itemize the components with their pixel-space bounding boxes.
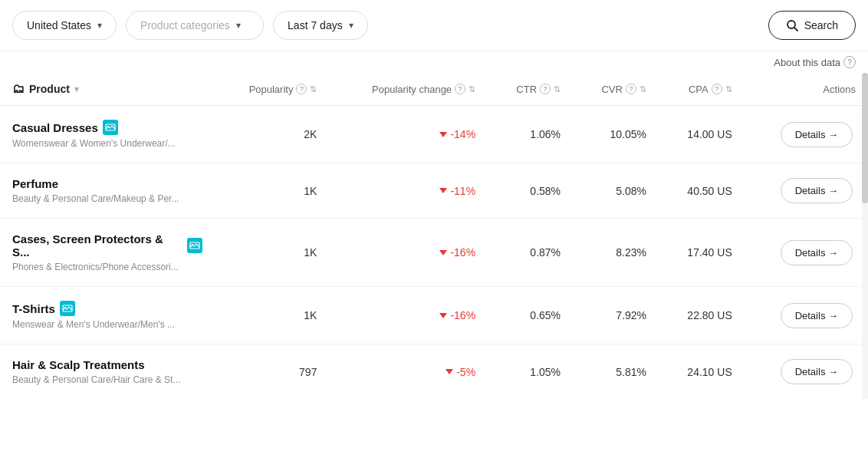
popularity-sort-icon[interactable]: ⇅ xyxy=(310,84,317,94)
svg-point-3 xyxy=(107,126,109,127)
product-category: Womenswear & Women's Underwear/... xyxy=(12,138,202,149)
td-ctr-2: 0.87% xyxy=(488,219,573,287)
category-chevron: ▾ xyxy=(236,20,241,31)
table-row: Perfume Beauty & Personal Care/Makeup & … xyxy=(0,163,868,219)
td-cpa-3: 22.80 US xyxy=(659,287,745,344)
scrollbar-thumb[interactable] xyxy=(862,73,868,203)
table-header-row: 🗂 Product ▾ Popularity ? ⇅ Popularity ch… xyxy=(0,73,868,106)
product-name: Hair & Scalp Treatments xyxy=(12,358,202,371)
arrow-down-icon xyxy=(439,132,447,137)
td-product-0: Casual Dresses Womenswear & Women's Unde… xyxy=(0,106,215,163)
change-value: -5% xyxy=(341,366,475,378)
pop-change-info-icon[interactable]: ? xyxy=(455,84,465,94)
change-value: -16% xyxy=(341,246,475,259)
td-popularity-0: 2K xyxy=(215,106,329,163)
td-cvr-4: 5.81% xyxy=(573,344,659,400)
category-dropdown[interactable]: Product categories ▾ xyxy=(126,11,264,40)
td-cvr-1: 5.08% xyxy=(573,163,659,219)
svg-point-7 xyxy=(64,307,66,308)
td-product-4: Hair & Scalp Treatments Beauty & Persona… xyxy=(0,344,215,400)
product-category: Beauty & Personal Care/Hair Care & St... xyxy=(12,374,202,385)
td-actions-3: Details → xyxy=(745,287,868,344)
table-row: Hair & Scalp Treatments Beauty & Persona… xyxy=(0,344,868,400)
details-button-1[interactable]: Details → xyxy=(781,178,853,203)
td-cpa-2: 17.40 US xyxy=(659,219,745,287)
td-actions-2: Details → xyxy=(745,219,868,287)
product-name: T-Shirts xyxy=(12,301,202,316)
th-popularity: Popularity ? ⇅ xyxy=(215,73,329,106)
product-image-icon[interactable] xyxy=(60,301,75,316)
about-info-icon[interactable]: ? xyxy=(843,56,856,68)
search-label: Search xyxy=(804,19,838,31)
th-product: 🗂 Product ▾ xyxy=(0,73,215,106)
product-name: Casual Dresses xyxy=(12,120,202,135)
scrollbar-track[interactable] xyxy=(862,73,868,399)
th-popularity-change: Popularity change ? ⇅ xyxy=(329,73,488,106)
td-actions-4: Details → xyxy=(745,344,868,400)
ctr-info-icon[interactable]: ? xyxy=(540,84,551,94)
change-value: -16% xyxy=(341,309,475,321)
country-chevron: ▾ xyxy=(97,20,102,31)
product-image-icon[interactable] xyxy=(103,120,118,135)
th-actions: Actions xyxy=(745,73,868,106)
td-pop-change-1: -11% xyxy=(329,163,488,219)
about-label: About this data xyxy=(774,57,840,68)
ctr-sort-icon[interactable]: ⇅ xyxy=(554,84,561,94)
cpa-info-icon[interactable]: ? xyxy=(712,84,722,94)
details-button-4[interactable]: Details → xyxy=(781,359,853,384)
country-label: United States xyxy=(27,19,91,31)
table-row: T-Shirts Menswear & Men's Underwear/Men'… xyxy=(0,287,868,344)
td-cvr-3: 7.92% xyxy=(573,287,659,344)
td-popularity-3: 1K xyxy=(215,287,329,344)
product-image-icon[interactable] xyxy=(187,238,202,253)
td-ctr-1: 0.58% xyxy=(488,163,573,219)
cvr-info-icon[interactable]: ? xyxy=(626,84,636,94)
popularity-info-icon[interactable]: ? xyxy=(296,84,307,94)
table-row: Casual Dresses Womenswear & Women's Unde… xyxy=(0,106,868,163)
arrow-down-icon xyxy=(439,188,447,193)
td-product-2: Cases, Screen Protectors & S... Phones &… xyxy=(0,219,215,287)
td-actions-1: Details → xyxy=(745,163,868,219)
table-container: 🗂 Product ▾ Popularity ? ⇅ Popularity ch… xyxy=(0,73,868,399)
category-placeholder: Product categories xyxy=(140,19,230,31)
td-ctr-0: 1.06% xyxy=(488,106,573,163)
td-cpa-1: 40.50 US xyxy=(659,163,745,219)
product-sort-icon[interactable]: ▾ xyxy=(74,84,79,94)
td-product-3: T-Shirts Menswear & Men's Underwear/Men'… xyxy=(0,287,215,344)
arrow-down-icon xyxy=(446,369,453,374)
td-pop-change-0: -14% xyxy=(329,106,488,163)
td-cvr-0: 10.05% xyxy=(573,106,659,163)
td-popularity-4: 797 xyxy=(215,344,329,400)
th-cpa: CPA ? ⇅ xyxy=(659,73,745,106)
date-range-chevron: ▾ xyxy=(349,20,353,31)
product-category: Phones & Electronics/Phone Accessori... xyxy=(12,262,202,272)
td-cpa-4: 24.10 US xyxy=(659,344,745,400)
td-product-1: Perfume Beauty & Personal Care/Makeup & … xyxy=(0,163,215,219)
td-cvr-2: 8.23% xyxy=(573,219,659,287)
td-pop-change-4: -5% xyxy=(329,344,488,400)
arrow-down-icon xyxy=(439,313,447,318)
pop-change-sort-icon[interactable]: ⇅ xyxy=(469,84,475,94)
cvr-sort-icon[interactable]: ⇅ xyxy=(639,84,646,94)
date-range-dropdown[interactable]: Last 7 days ▾ xyxy=(273,11,368,40)
td-cpa-0: 14.00 US xyxy=(659,106,745,163)
change-value: -11% xyxy=(341,185,475,197)
cpa-sort-icon[interactable]: ⇅ xyxy=(725,84,732,94)
folder-icon: 🗂 xyxy=(12,82,25,96)
country-dropdown[interactable]: United States ▾ xyxy=(12,11,117,40)
details-button-3[interactable]: Details → xyxy=(781,303,853,328)
td-pop-change-2: -16% xyxy=(329,219,488,287)
th-cvr: CVR ? ⇅ xyxy=(573,73,659,106)
td-ctr-4: 1.05% xyxy=(488,344,573,400)
table-row: Cases, Screen Protectors & S... Phones &… xyxy=(0,219,868,287)
details-button-0[interactable]: Details → xyxy=(781,122,853,147)
search-button[interactable]: Search xyxy=(768,11,856,40)
about-row: About this data ? xyxy=(0,51,868,73)
details-button-2[interactable]: Details → xyxy=(781,240,853,265)
product-name: Cases, Screen Protectors & S... xyxy=(12,232,202,259)
td-actions-0: Details → xyxy=(745,106,868,163)
td-pop-change-3: -16% xyxy=(329,287,488,344)
products-table: 🗂 Product ▾ Popularity ? ⇅ Popularity ch… xyxy=(0,73,868,399)
product-category: Menswear & Men's Underwear/Men's ... xyxy=(12,319,202,330)
svg-line-1 xyxy=(794,28,797,31)
